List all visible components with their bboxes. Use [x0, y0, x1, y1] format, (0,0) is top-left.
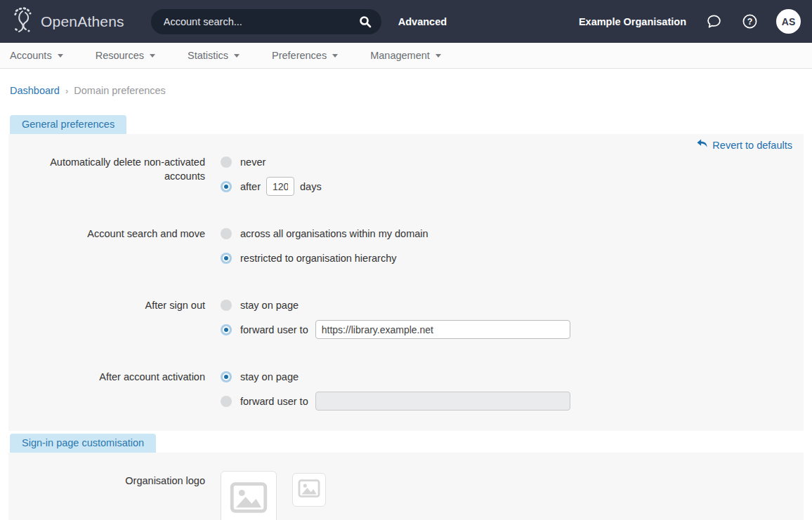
days-input[interactable] — [266, 177, 294, 196]
chevron-down-icon — [234, 54, 240, 58]
tab-signin-customisation[interactable]: Sign-in page customisation — [10, 434, 156, 453]
signin-customisation-panel: Sign-in page customisation Organisation … — [8, 434, 804, 520]
nav-item-statistics[interactable]: Statistics — [188, 50, 240, 61]
revert-to-defaults-link[interactable]: Revert to defaults — [697, 139, 792, 151]
nav-item-accounts[interactable]: Accounts — [10, 50, 63, 61]
search-move-option-all[interactable]: across all organisations within my domai… — [221, 224, 428, 243]
image-placeholder-icon — [230, 482, 268, 516]
undo-arrow-icon — [697, 139, 707, 151]
activation-forward-url-input — [315, 392, 570, 411]
signout-forward-url-input[interactable] — [315, 320, 570, 339]
organisation-logo-small-upload[interactable] — [292, 473, 326, 507]
avatar[interactable]: AS — [776, 9, 801, 34]
search-move-option-restricted[interactable]: restricted to organisation hierarchy — [221, 248, 428, 267]
tab-general-preferences[interactable]: General preferences — [10, 115, 126, 134]
radio-activation-forward[interactable] — [221, 396, 232, 407]
after-activation-label: After account activation — [8, 367, 205, 411]
chevron-down-icon — [58, 54, 63, 58]
radio-signout-stay[interactable] — [221, 300, 232, 311]
chat-icon[interactable] — [706, 13, 722, 29]
auto-delete-option-never[interactable]: never — [221, 152, 322, 171]
search-move-row: Account search and move across all organ… — [8, 224, 804, 267]
account-search — [151, 9, 381, 34]
search-icon[interactable] — [359, 15, 372, 28]
after-sign-out-label: After sign out — [8, 295, 205, 339]
auto-delete-option-after[interactable]: after days — [221, 177, 322, 196]
general-preferences-panel: General preferences Revert to defaults A… — [8, 115, 804, 431]
brand-name: OpenAthens — [41, 13, 124, 30]
organisation-name: Example Organisation — [579, 16, 686, 27]
nav-item-management[interactable]: Management — [370, 50, 441, 61]
activation-option-forward[interactable]: forward user to — [221, 392, 570, 411]
openathens-logo-icon — [11, 6, 35, 37]
image-placeholder-icon — [298, 479, 320, 500]
sign-out-option-stay[interactable]: stay on page — [221, 295, 570, 314]
breadcrumb-current: Domain preferences — [74, 85, 166, 96]
organisation-logo-label: Organisation logo — [8, 471, 205, 520]
radio-after-days[interactable] — [223, 183, 230, 190]
organisation-logo-row: Organisation logo — [8, 471, 804, 520]
auto-delete-row: Automatically delete non-activated accou… — [8, 152, 804, 196]
chevron-down-icon — [150, 54, 155, 58]
help-icon[interactable]: ? — [742, 13, 758, 29]
openathens-brand[interactable]: OpenAthens — [11, 6, 124, 37]
radio-restricted-hierarchy[interactable] — [223, 255, 230, 262]
nav-item-preferences[interactable]: Preferences — [272, 50, 338, 61]
radio-activation-stay[interactable] — [223, 373, 230, 380]
breadcrumb: Dashboard › Domain preferences — [0, 69, 812, 115]
chevron-down-icon — [332, 54, 338, 58]
app-header: OpenAthens Advanced Example Organisation… — [0, 0, 812, 43]
nav-item-resources[interactable]: Resources — [96, 50, 155, 61]
search-move-label: Account search and move — [8, 224, 205, 267]
breadcrumb-separator: › — [65, 86, 68, 96]
radio-signout-forward[interactable] — [223, 326, 230, 333]
after-activation-row: After account activation stay on page fo… — [8, 367, 804, 411]
after-sign-out-row: After sign out stay on page forward user… — [8, 295, 804, 339]
main-nav: Accounts Resources Statistics Preference… — [0, 43, 812, 69]
chevron-down-icon — [436, 54, 441, 58]
organisation-logo-large-upload[interactable] — [221, 471, 277, 520]
svg-text:?: ? — [747, 17, 753, 27]
search-input[interactable] — [164, 16, 359, 27]
activation-option-stay[interactable]: stay on page — [221, 367, 570, 386]
auto-delete-label: Automatically delete non-activated accou… — [8, 152, 205, 196]
radio-never[interactable] — [221, 156, 232, 168]
radio-across-all-organisations[interactable] — [221, 228, 232, 239]
breadcrumb-dashboard-link[interactable]: Dashboard — [10, 85, 60, 96]
advanced-search-link[interactable]: Advanced — [398, 16, 447, 27]
sign-out-option-forward[interactable]: forward user to — [221, 320, 570, 339]
